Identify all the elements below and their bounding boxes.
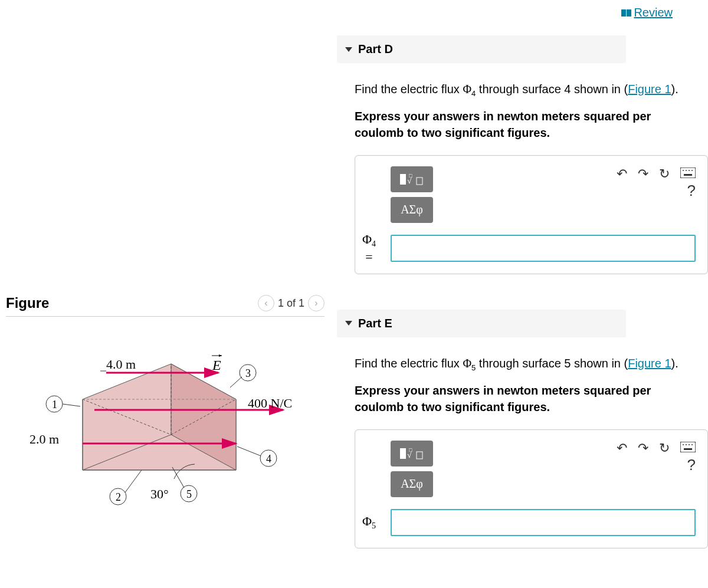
svg-point-37	[691, 170, 693, 171]
svg-rect-48	[684, 448, 692, 450]
svg-point-44	[683, 444, 684, 445]
review-link[interactable]: Review	[621, 6, 673, 19]
svg-rect-33	[680, 167, 696, 178]
keyboard-icon[interactable]	[680, 441, 696, 456]
part-e-header[interactable]: Part E	[337, 310, 626, 337]
greek-button-e[interactable]: ΑΣφ	[391, 471, 433, 497]
greek-button[interactable]: ΑΣφ	[391, 197, 433, 223]
svg-rect-42	[417, 452, 422, 459]
redo-icon[interactable]: ↷	[638, 441, 648, 456]
part-d-answer-box: □√ ΑΣφ ↶ ↷ ↻	[355, 155, 708, 274]
angle-label: 30°	[150, 487, 169, 501]
review-label: Review	[634, 6, 673, 19]
figure-next-button[interactable]: ›	[308, 295, 324, 311]
part-d: Part D Find the electric flux Φ4 through…	[337, 35, 708, 274]
part-e-instructions: Express your answers in newton meters sq…	[355, 382, 685, 415]
svg-text:5: 5	[186, 488, 192, 500]
figure-1-link[interactable]: Figure 1	[628, 83, 671, 96]
templates-button-e[interactable]: □√	[391, 441, 433, 467]
svg-line-25	[125, 470, 142, 492]
part-d-answer-input[interactable]	[391, 235, 696, 262]
phi-4-label: Φ4 =	[362, 232, 376, 264]
figure-image: 4.0 m 2.0 m E 400 N/C 30° 1 2 3 4 5	[6, 317, 324, 555]
part-e-answer-input[interactable]	[391, 509, 696, 536]
svg-point-45	[686, 444, 687, 445]
figure-page-text: 1 of 1	[278, 297, 304, 310]
svg-rect-43	[680, 442, 696, 452]
figure-title: Figure	[6, 295, 49, 311]
e-vector-label: E	[212, 357, 221, 373]
keyboard-icon[interactable]	[680, 166, 696, 182]
figure-header: Figure ‹ 1 of 1 ›	[6, 295, 324, 317]
phi-5-label: Φ5	[362, 514, 376, 531]
dim-2m: 2.0 m	[30, 432, 59, 446]
part-d-header[interactable]: Part D	[337, 35, 626, 63]
undo-icon[interactable]: ↶	[617, 166, 627, 182]
chevron-down-icon	[345, 47, 352, 52]
part-e: Part E Find the electric flux Φ5 through…	[337, 310, 708, 548]
svg-text:1: 1	[52, 399, 57, 410]
help-button[interactable]: ?	[687, 182, 696, 199]
svg-point-34	[683, 170, 684, 171]
part-e-answer-box: □√ ΑΣφ ↶ ↷ ↻	[355, 429, 708, 548]
svg-line-27	[237, 446, 261, 456]
svg-rect-39	[400, 448, 406, 459]
svg-point-36	[689, 170, 690, 171]
part-e-prompt: Find the electric flux Φ5 through surfac…	[355, 355, 685, 374]
part-d-instructions: Express your answers in newton meters sq…	[355, 108, 685, 141]
part-d-title: Part D	[358, 42, 393, 56]
svg-rect-32	[417, 178, 422, 185]
undo-icon[interactable]: ↶	[617, 441, 627, 456]
e-value: 400 N/C	[248, 396, 292, 410]
svg-rect-38	[684, 174, 692, 176]
svg-text:√: √	[407, 176, 412, 185]
svg-point-47	[691, 444, 693, 445]
svg-text:4: 4	[266, 453, 271, 465]
svg-point-46	[689, 444, 690, 445]
svg-text:√: √	[407, 451, 412, 459]
chevron-down-icon	[345, 321, 352, 326]
help-button-e[interactable]: ?	[687, 456, 696, 474]
svg-point-35	[686, 170, 687, 171]
part-e-title: Part E	[358, 317, 392, 330]
reset-icon[interactable]: ↻	[659, 441, 670, 456]
dim-4m: 4.0 m	[106, 357, 136, 372]
svg-text:2: 2	[116, 491, 121, 503]
figure-1-link-e[interactable]: Figure 1	[628, 357, 671, 370]
redo-icon[interactable]: ↷	[638, 166, 648, 182]
svg-text:3: 3	[245, 367, 251, 379]
svg-rect-29	[400, 174, 406, 185]
figure-pager: ‹ 1 of 1 ›	[258, 295, 324, 311]
svg-line-26	[230, 377, 242, 387]
reset-icon[interactable]: ↻	[659, 166, 670, 182]
book-icon	[621, 9, 631, 17]
svg-line-24	[63, 404, 80, 406]
figure-prev-button[interactable]: ‹	[258, 295, 274, 311]
templates-button[interactable]: □√	[391, 166, 433, 192]
part-d-prompt: Find the electric flux Φ4 through surfac…	[355, 81, 685, 100]
